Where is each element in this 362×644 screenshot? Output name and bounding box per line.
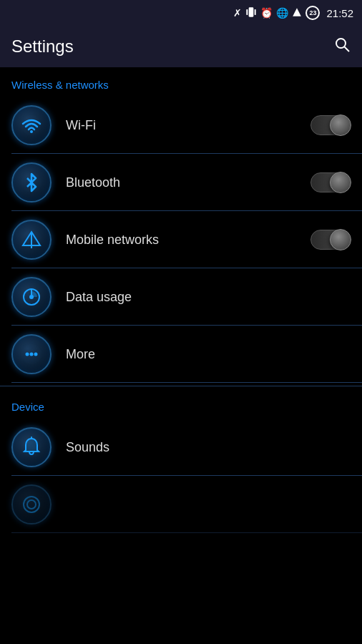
svg-point-18 [27,500,36,509]
status-icons: ✗ ⏰ 🌐 23 21:52 [233,6,353,20]
more-icon [11,334,52,374]
svg-point-7 [30,130,33,133]
svg-rect-0 [249,7,254,16]
bluetooth-label: Bluetooth [66,175,310,190]
partial-icon [11,484,52,525]
settings-item-bluetooth[interactable]: Bluetooth [0,154,362,211]
settings-item-data-usage[interactable]: Data usage [0,268,362,326]
globe-icon: 🌐 [276,7,288,19]
svg-point-13 [26,353,29,356]
mobile-networks-icon [11,220,52,260]
svg-point-4 [336,39,346,48]
wifi-toggle-knob [330,114,351,136]
status-bar: ✗ ⏰ 🌐 23 21:52 [0,0,362,26]
settings-item-sounds[interactable]: Sounds [0,419,362,476]
svg-point-15 [34,353,38,356]
more-label: More [66,347,351,362]
mobile-networks-toggle-knob [330,229,351,250]
wifi-label: Wi-Fi [66,118,310,133]
svg-rect-1 [247,9,248,15]
svg-rect-2 [255,9,256,15]
sounds-label: Sounds [66,440,351,455]
settings-item-wifi[interactable]: Wi-Fi [0,97,362,154]
sounds-icon [11,427,52,467]
bluetooth-toggle-knob [330,172,351,193]
settings-item-mobile-networks[interactable]: Mobile networks [0,211,362,268]
section-header-device: Device [0,389,362,419]
signal-icon [292,7,302,19]
section-header-wireless: Wireless & networks [0,67,362,97]
bluetooth-icon [11,162,52,203]
svg-marker-3 [293,8,302,16]
alarm-icon: ⏰ [260,7,273,19]
data-usage-label: Data usage [66,290,351,305]
mobile-networks-toggle[interactable] [310,230,351,250]
wifi-toggle[interactable] [310,115,351,135]
settings-item-partial[interactable] [0,476,362,533]
wifi-icon [11,105,52,145]
svg-point-17 [24,497,39,512]
status-time: 21:52 [326,7,353,19]
svg-point-14 [30,353,34,356]
battery-icon: 23 [305,6,320,20]
section-divider [0,386,362,386]
vibrate-icon [245,6,257,20]
page-title: Settings [11,36,74,57]
bluetooth-status-icon: ✗ [233,7,242,19]
app-header: Settings [0,26,362,67]
bluetooth-toggle[interactable] [310,172,351,192]
mobile-networks-label: Mobile networks [66,233,310,248]
svg-point-12 [29,295,34,299]
data-usage-icon [11,277,52,317]
settings-item-more[interactable]: More [0,326,362,383]
search-icon[interactable] [333,36,351,57]
svg-line-5 [345,47,350,52]
